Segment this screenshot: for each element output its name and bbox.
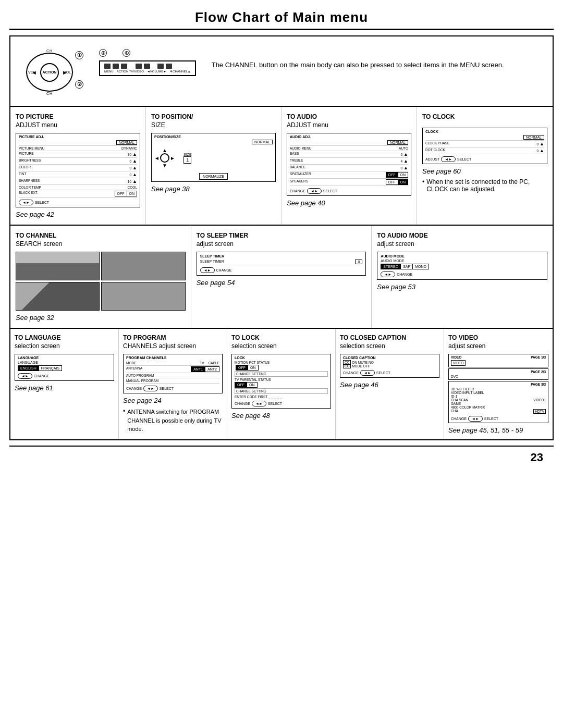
badge-2: ② [75,80,83,89]
clock-note: • When the set is connected to the PC, C… [422,178,547,193]
cc-btn-row: CHANGE ◄► SELECT [343,370,436,376]
clock-btn-row: ADJUST ◄► SELECT [425,156,544,162]
position-see-page: See page 38 [151,185,276,193]
sleep-see-page: See page 54 [197,279,366,287]
cc-see-page: See page 46 [340,381,439,389]
audio-adjust-cell: TO AUDIO ADJUST menu AUDIO ADJ. NORMAL A… [282,107,417,225]
panel-btn-4 [136,64,142,69]
audio-mode-cell: TO AUDIO MODE adjust screen AUDIO MODE A… [372,226,553,328]
channel-img-2 [101,252,185,280]
sleep-btn-row: ◄► CHANGE [200,267,363,273]
picture-screen: PICTURE ADJ. NORMAL PICTURE MENU DYNAMIC… [16,133,140,207]
panel-num-1: ① [123,49,130,57]
program-screen: PROGRAM CHANNELS MODE TVCABLE ANTENNA AN… [123,354,223,393]
intro-text: The CHANNEL button on the main body can … [212,49,504,71]
panel-box: MENU ACTION TV/VIDEO ◄VOLUME► ▼CHANNEL▲ [99,60,196,76]
remote-control-circle: VOL ◄ ACTION ► VOL [26,53,73,92]
program-note: • ANTENNA switching for PROGRAM CHANNEL … [123,408,223,434]
sleep-timer-cell: TO SLEEP TIMER adjust screen SLEEP TIMER… [191,226,372,328]
sleep-title: TO SLEEP TIMER [197,232,366,239]
language-subtitle: selection screen [15,342,114,350]
remote-diagram: CH VOL ◄ ACTION ► VOL CH ① ② [26,49,83,95]
lock-title: TO LOCK [231,334,331,341]
page-number: 23 [9,446,554,468]
program-channels-cell: TO PROGRAM CHANNELS adjust screen PROGRA… [119,329,227,439]
language-title: TO LANGUAGE [15,334,114,341]
lock-subtitle: selection screen [231,342,331,350]
lock-cell: TO LOCK selection screen LOCK MOTION PCT… [227,329,336,439]
picture-adjust-cell: TO PICTURE ADJUST menu PICTURE ADJ. NORM… [10,107,146,225]
picture-title: TO PICTURE [16,113,140,120]
audio-mode-screen: AUDIO MODE AUDIO MODE STEREO SAP MONO ◄►… [377,252,547,280]
main-content: CH VOL ◄ ACTION ► VOL CH ① ② [9,35,554,440]
audio-subtitle: ADJUST menu [287,121,411,129]
audio-mode-subtitle: adjust screen [377,240,547,248]
program-subtitle: CHANNELS adjust screen [123,342,223,350]
panel-btn-7 [166,64,172,69]
cc-subtitle: selection screen [340,342,439,350]
sleep-subtitle: adjust screen [197,240,366,248]
intro-section: CH VOL ◄ ACTION ► VOL CH ① ② [10,36,553,107]
clock-cell: TO CLOCK CLOCK NORMAL CLOCK PHASE 0 ▲ DO… [417,107,553,225]
panel-diagram: ② ① MENU ACTION TV/VIDEO [99,49,196,76]
clock-see-page: See page 60 [422,167,547,175]
position-screen: POSITION/SIZE NORMAL ▲ ◄ ► ▼ SIZE 1 [151,133,276,182]
position-title: TO POSITION/ [151,113,276,120]
audio-see-page: See page 40 [287,199,411,207]
sleep-screen: SLEEP TIMER SLEEP TIMER 0 ◄► CHANGE [197,252,366,276]
middle-row-section: TO CHANNEL SEARCH screen See page 32 TO … [10,226,553,329]
video-screen: VIDEO PAGE 1/3 VIDEO PAGE 2/3 DVC [448,354,548,423]
picture-subtitle: ADJUST menu [16,121,140,129]
video-title: TO VIDEO [448,334,548,341]
channel-search-cell: TO CHANNEL SEARCH screen See page 32 [10,226,191,328]
channel-images [16,252,186,311]
cc-title: TO CLOSED CAPTION [340,334,439,341]
lock-screen: LOCK MOTION PCT STATUS OFF ON CHANGE SET… [231,354,331,409]
picture-normal-row: NORMAL [19,140,137,146]
language-screen: LANGUAGE LANGUAGE ENGLISH FRANÇAIS ◄► CH… [15,354,114,381]
panel-btn-2 [113,64,119,69]
lock-see-page: See page 48 [231,412,331,419]
closed-caption-cell: TO CLOSED CAPTION selection screen CLOSE… [336,329,444,439]
panel-btn-1 [104,64,111,69]
audio-screen: AUDIO ADJ. NORMAL AUDIO MENU AUTO BASS 6… [287,133,411,196]
channel-img-3 [16,282,100,311]
picture-see-page: See page 42 [16,211,140,218]
position-size-cell: TO POSITION/ SIZE POSITION/SIZE NORMAL ▲… [146,107,282,225]
cc-screen: CLOSED CAPTION CC ON MUTE NO CC MODE OFF [340,354,439,378]
video-see-page: See page 45, 51, 55 - 59 [448,426,548,434]
diamond-control: ▲ ◄ ► ▼ [154,147,175,168]
ch-label-bottom: CH [26,92,73,95]
channel-img-4 [101,282,185,311]
audio-mode-see-page: See page 53 [377,283,547,291]
language-see-page: See page 61 [15,384,114,392]
bottom-row-section: TO LANGUAGE selection screen LANGUAGE LA… [10,329,553,439]
clock-screen: CLOCK NORMAL CLOCK PHASE 0 ▲ DOT CLOCK 0… [422,128,547,164]
page-header: Flow Chart of Main menu [9,0,554,30]
position-subtitle: SIZE [151,121,276,129]
clock-title: TO CLOCK [422,113,547,120]
panel-buttons [104,64,191,69]
lock-btn-row: CHANGE ◄► SELECT [235,401,328,406]
video-btn-row: CHANGE ◄► SELECT [451,416,546,422]
action-button: ACTION [40,63,59,82]
video-cell: TO VIDEO adjust screen VIDEO PAGE 1/3 VI… [444,329,553,439]
channel-img-1 [16,252,100,280]
page-title: Flow Chart of Main menu [9,9,554,26]
audio-mode-btn-row: ◄► CHANGE [381,272,544,277]
panel-btn-6 [157,64,164,69]
audio-mode-title: TO AUDIO MODE [377,232,547,239]
badge-1: ① [75,51,83,59]
panel-btn-3 [121,64,127,69]
vol-label-right: VOL [64,70,71,74]
audio-title: TO AUDIO [287,113,411,120]
video-subtitle: adjust screen [448,342,548,350]
channel-subtitle: SEARCH screen [16,240,186,248]
size-indicator: SIZE 1 [183,153,192,164]
picture-btn-row: ◄► SELECT [19,200,137,205]
top-row-section: TO PICTURE ADJUST menu PICTURE ADJ. NORM… [10,107,553,226]
language-cell: TO LANGUAGE selection screen LANGUAGE LA… [10,329,119,439]
left-arrow-icon: ◄ [31,69,37,76]
channel-title: TO CHANNEL [16,232,186,239]
panel-num-2: ② [99,49,107,57]
